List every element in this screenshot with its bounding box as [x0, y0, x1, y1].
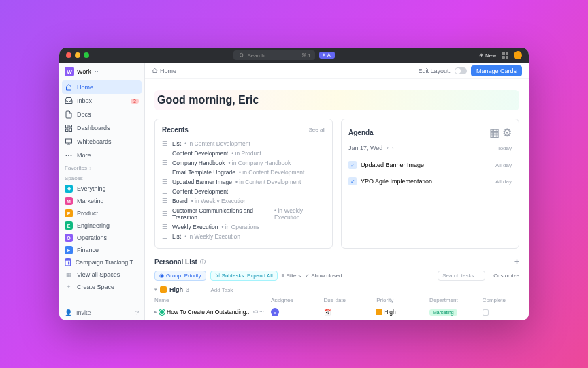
flag-icon	[160, 286, 167, 293]
manage-cards-button[interactable]: Manage Cards	[471, 65, 522, 76]
space-marketing[interactable]: MMarketing	[59, 195, 144, 207]
task-search[interactable]: Search tasks...	[438, 271, 485, 281]
status-icon[interactable]	[159, 309, 165, 315]
recent-item[interactable]: ☰Email Template Upgrade • in Content Dev…	[162, 168, 325, 177]
add-task-button[interactable]: + Add Task	[206, 287, 233, 293]
space-campaign[interactable]: ◧Campaign Tracking Template	[59, 256, 144, 269]
nav-docs-label: Docs	[77, 111, 91, 118]
close-window[interactable]	[66, 52, 71, 58]
nav-docs[interactable]: Docs	[59, 108, 144, 121]
next-day[interactable]: ›	[391, 144, 393, 151]
create-space[interactable]: +Create Space	[59, 281, 144, 293]
minimize-window[interactable]	[75, 52, 80, 58]
nav-dashboards[interactable]: Dashboards	[59, 121, 144, 135]
nav-home-label: Home	[77, 84, 93, 91]
see-all-link[interactable]: See all	[309, 127, 325, 133]
subtasks-chip[interactable]: ⇲ Subtasks: Expand All	[210, 271, 278, 281]
agenda-settings-icon[interactable]: ⚙	[502, 126, 512, 139]
personal-list: Personal List ⓘ + ◉ Group: Priority ⇲ Su…	[154, 257, 519, 319]
list-icon: ☰	[162, 188, 169, 195]
dashboard-icon	[65, 124, 73, 132]
svg-rect-3	[69, 128, 72, 132]
invite-button[interactable]: Invite	[76, 309, 91, 316]
favorites-section[interactable]: Favorites	[59, 162, 144, 172]
agenda-cal-icon[interactable]: ▦	[489, 126, 500, 139]
agenda-item[interactable]: ✓YPO Agile ImplementationAll day	[348, 173, 512, 189]
today-button[interactable]: Today	[497, 145, 512, 151]
everything-icon: ◈	[65, 185, 73, 193]
home-icon	[65, 83, 73, 91]
space-operations[interactable]: OOperations	[59, 232, 144, 244]
plus-icon: +	[65, 283, 73, 291]
recent-item[interactable]: ☰Content Development	[162, 187, 325, 196]
task-row[interactable]: ▸ How To Create An Outstanding... 🏷 ⋯ E …	[154, 305, 519, 319]
recent-item[interactable]: ☰Customer Communications and Transition …	[162, 206, 325, 222]
maximize-window[interactable]	[84, 52, 89, 58]
list-icon: ☰	[162, 140, 169, 147]
docs-icon	[65, 110, 73, 119]
space-engineering[interactable]: EEngineering	[59, 219, 144, 232]
chevron-right-icon	[88, 166, 93, 170]
recents-title: Recents	[162, 126, 189, 134]
finance-avatar: F	[65, 246, 73, 254]
prev-day[interactable]: ‹	[387, 144, 389, 151]
recent-item[interactable]: ☰Company Handbook • in Company Handbook	[162, 158, 325, 168]
recent-item[interactable]: ☰Updated Banner Image • in Content Devel…	[162, 177, 325, 187]
personal-list-title: Personal List	[154, 258, 197, 266]
svg-point-0	[240, 53, 244, 57]
list-icon: ☰	[162, 169, 169, 176]
space-everything[interactable]: ◈Everything	[59, 183, 144, 195]
home-icon	[152, 67, 158, 74]
svg-rect-4	[66, 129, 69, 132]
ai-button[interactable]: ✦ AI	[319, 52, 334, 59]
svg-point-6	[66, 155, 67, 156]
nav-whiteboards-label: Whiteboards	[77, 138, 112, 145]
space-product[interactable]: PProduct	[59, 207, 144, 219]
assignee-avatar[interactable]: E	[271, 308, 279, 316]
recent-item[interactable]: ☰List • in Weekly Execution	[162, 232, 325, 241]
info-icon[interactable]: ⓘ	[200, 258, 206, 266]
apps-icon[interactable]	[502, 52, 508, 59]
chevron-down-icon	[94, 69, 99, 74]
inbox-badge: 3	[131, 99, 139, 104]
global-search[interactable]: Search... ⌘J	[233, 50, 315, 60]
agenda-title: Agenda	[348, 129, 374, 136]
task-icon: ✓	[348, 177, 357, 185]
add-item-button[interactable]: +	[514, 257, 519, 266]
group-chip[interactable]: ◉ Group: Priority	[154, 271, 206, 281]
task-icon: ✓	[348, 161, 357, 169]
nav-inbox[interactable]: Inbox 3	[59, 94, 144, 108]
complete-checkbox[interactable]	[483, 309, 489, 316]
recent-item[interactable]: ☰Weekly Execution • in Operations	[162, 222, 325, 232]
agenda-card: Agenda ▦ ⚙ Jan 17, Wed ‹ ›	[341, 119, 519, 249]
campaign-avatar: ◧	[65, 258, 71, 266]
list-icon: ☰	[162, 198, 169, 204]
new-button[interactable]: ⊕ New	[479, 52, 496, 59]
user-avatar[interactable]	[514, 51, 522, 59]
agenda-item[interactable]: ✓Updated Banner ImageAll day	[348, 157, 512, 173]
recent-item[interactable]: ☰List • in Content Development	[162, 139, 325, 149]
recent-item[interactable]: ☰Board • in Weekly Execution	[162, 196, 325, 206]
task-name: How To Create An Outstanding...	[167, 309, 251, 316]
recent-item[interactable]: ☰Content Development • in Product	[162, 149, 325, 158]
show-closed-button[interactable]: ✓ Show closed	[305, 273, 342, 279]
calendar-icon[interactable]: 📅	[324, 309, 331, 316]
space-finance[interactable]: FFinance	[59, 244, 144, 256]
breadcrumb[interactable]: Home	[152, 67, 176, 74]
list-icon: ☰	[162, 211, 169, 217]
list-icon: ☰	[162, 159, 169, 166]
svg-rect-1	[66, 125, 69, 129]
edit-layout-toggle[interactable]	[455, 67, 467, 74]
workspace-switcher[interactable]: W Work	[59, 63, 144, 80]
marketing-avatar: M	[65, 197, 73, 205]
customize-button[interactable]: Customize	[493, 273, 519, 279]
nav-whiteboards[interactable]: Whiteboards	[59, 135, 144, 149]
view-all-spaces[interactable]: ▦View all Spaces	[59, 269, 144, 281]
filters-button[interactable]: ≡ Filters	[282, 273, 301, 279]
workspace-name: Work	[77, 68, 91, 75]
nav-home[interactable]: Home	[62, 80, 142, 94]
nav-more[interactable]: More	[59, 149, 144, 162]
help-icon[interactable]: ?	[135, 309, 139, 316]
priority-group-high[interactable]: ▾ High 3 ⋯ + Add Task	[154, 286, 519, 293]
list-icon: ☰	[162, 233, 169, 240]
